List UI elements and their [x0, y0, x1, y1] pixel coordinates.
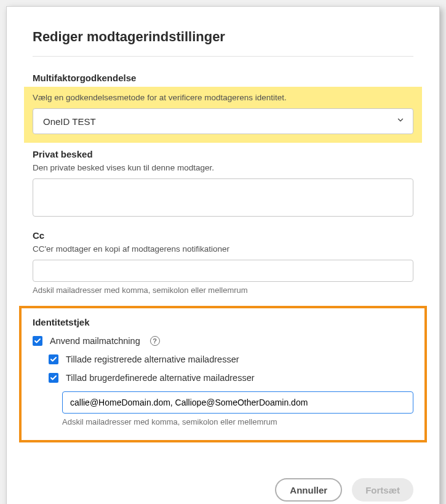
allow-custom-row: Tillad brugerdefinerede alternative mail…: [49, 373, 413, 383]
cc-heading: Cc: [33, 230, 413, 241]
private-message-input[interactable]: [33, 178, 413, 217]
allow-registered-checkbox[interactable]: [49, 354, 58, 364]
cc-input[interactable]: [33, 260, 413, 282]
email-matching-label: Anvend mailmatchning: [50, 336, 140, 346]
custom-emails-block: Adskil mailadresser med komma, semikolon…: [62, 391, 413, 426]
allow-custom-checkbox[interactable]: [49, 373, 58, 383]
dialog-footer: Annuller Fortsæt: [33, 478, 413, 502]
email-matching-row: Anvend mailmatchning ?: [33, 336, 413, 346]
custom-emails-input[interactable]: [62, 391, 413, 414]
mfa-section: Multifaktorgodkendelse Vælg en godkendel…: [33, 73, 413, 143]
private-message-heading: Privat besked: [33, 149, 413, 159]
identity-check-heading: Identitetstjek: [33, 317, 413, 327]
dialog-title: Rediger modtagerindstillinger: [33, 29, 413, 45]
divider: [33, 56, 413, 57]
identity-check-callout: Identitetstjek Anvend mailmatchning ? Ti…: [19, 306, 427, 442]
mfa-heading: Multifaktorgodkendelse: [33, 73, 413, 83]
mfa-select-value: OneID TEST: [43, 116, 96, 127]
cc-section: Cc CC'er modtager en kopi af modtagerens…: [33, 230, 413, 295]
private-message-helper: Den private besked vises kun til denne m…: [33, 163, 413, 172]
allow-registered-row: Tillade registrerede alternative mailadr…: [49, 354, 413, 364]
cc-helper: CC'er modtager en kopi af modtagerens no…: [33, 244, 413, 254]
email-matching-checkbox[interactable]: [33, 336, 42, 346]
edit-recipient-settings-dialog: Rediger modtagerindstillinger Multifakto…: [6, 6, 440, 504]
mfa-helper-text: Vælg en godkendelsesmetode for at verifi…: [33, 93, 413, 102]
custom-emails-hint: Adskil mailadresser med komma, semikolon…: [62, 417, 413, 426]
mfa-select[interactable]: OneID TEST: [33, 108, 413, 134]
cancel-button[interactable]: Annuller: [275, 478, 342, 502]
allow-registered-label: Tillade registrerede alternative mailadr…: [66, 354, 239, 364]
private-message-section: Privat besked Den private besked vises k…: [33, 149, 413, 219]
allow-custom-label: Tillad brugerdefinerede alternative mail…: [66, 373, 255, 383]
cc-hint: Adskil mailadresser med komma, semikolon…: [33, 286, 413, 295]
continue-button[interactable]: Fortsæt: [352, 478, 413, 502]
mfa-highlight: Vælg en godkendelsesmetode for at verifi…: [24, 87, 422, 143]
info-icon[interactable]: ?: [150, 336, 160, 346]
